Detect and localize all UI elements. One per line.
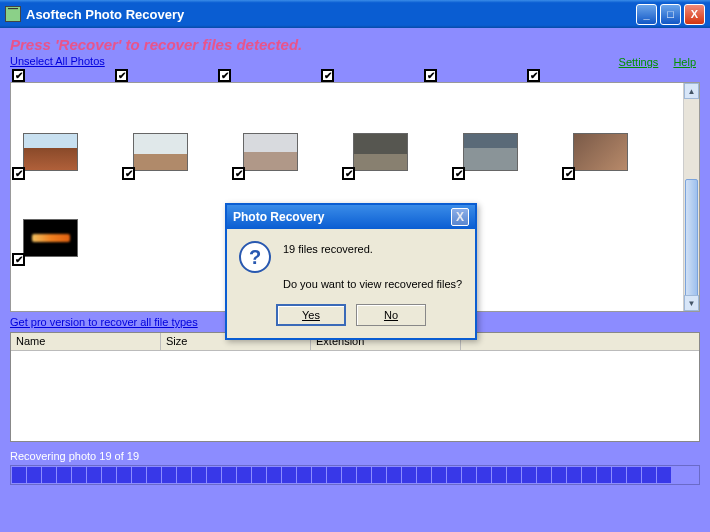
thumbnail-checkbox[interactable]: ✔ <box>12 167 25 180</box>
dialog-title-text: Photo Recovery <box>233 210 324 224</box>
scroll-up-icon[interactable]: ▲ <box>684 83 699 99</box>
progress-segment <box>372 467 386 483</box>
progress-segment <box>462 467 476 483</box>
progress-segment <box>267 467 281 483</box>
progress-segment <box>507 467 521 483</box>
thumbnail-checkbox[interactable]: ✔ <box>342 167 355 180</box>
progress-segment <box>357 467 371 483</box>
progress-segment <box>627 467 641 483</box>
thumbnail-checkbox[interactable]: ✔ <box>232 167 245 180</box>
dialog-close-button[interactable]: X <box>451 208 469 226</box>
progress-segment <box>642 467 656 483</box>
thumbnail-checkbox[interactable]: ✔ <box>452 167 465 180</box>
progress-segment <box>597 467 611 483</box>
question-icon: ? <box>239 241 271 273</box>
header-checkbox[interactable]: ✔ <box>424 69 437 82</box>
thumbnail-scrollbar[interactable]: ▲ ▼ <box>683 83 699 311</box>
header-checkbox[interactable]: ✔ <box>115 69 128 82</box>
progress-segment <box>102 467 116 483</box>
progress-segment <box>402 467 416 483</box>
progress-segment <box>12 467 26 483</box>
progress-segment <box>342 467 356 483</box>
progress-bar <box>10 465 700 485</box>
progress-segment <box>132 467 146 483</box>
progress-segment <box>327 467 341 483</box>
progress-segment <box>387 467 401 483</box>
top-links: Settings Help <box>607 56 696 68</box>
file-table: Name Size Extension <box>10 332 700 442</box>
thumbnail-checkbox[interactable]: ✔ <box>562 167 575 180</box>
progress-segment <box>222 467 236 483</box>
photo-thumbnail[interactable]: ✔ <box>23 219 78 257</box>
progress-segment <box>477 467 491 483</box>
progress-segment <box>417 467 431 483</box>
unselect-all-link[interactable]: Unselect All Photos <box>10 55 105 67</box>
progress-segment <box>537 467 551 483</box>
photo-thumbnail[interactable]: ✔ <box>243 133 298 171</box>
photo-thumbnail[interactable]: ✔ <box>573 133 628 171</box>
progress-segment <box>117 467 131 483</box>
progress-segment <box>147 467 161 483</box>
scroll-track[interactable] <box>684 99 699 295</box>
thumbnail-row: ✔ ✔ ✔ ✔ ✔ ✔ <box>11 83 699 171</box>
progress-segment <box>522 467 536 483</box>
dialog-line2: Do you want to view recovered files? <box>283 276 462 294</box>
thumbnail-checkbox[interactable]: ✔ <box>122 167 135 180</box>
recovery-dialog: Photo Recovery X ? 19 files recovered. D… <box>225 203 477 340</box>
progress-segment <box>657 467 671 483</box>
titlebar: Asoftech Photo Recovery _ □ X <box>0 0 710 28</box>
header-checkbox[interactable]: ✔ <box>321 69 334 82</box>
progress-segment <box>72 467 86 483</box>
progress-segment <box>162 467 176 483</box>
dialog-titlebar: Photo Recovery X <box>227 205 475 229</box>
maximize-button[interactable]: □ <box>660 4 681 25</box>
progress-segment <box>87 467 101 483</box>
dialog-line1: 19 files recovered. <box>283 241 462 259</box>
photo-thumbnail[interactable]: ✔ <box>133 133 188 171</box>
progress-segment <box>567 467 581 483</box>
scroll-down-icon[interactable]: ▼ <box>684 295 699 311</box>
pro-version-link[interactable]: Get pro version to recover all file type… <box>10 316 198 328</box>
header-checkbox[interactable]: ✔ <box>218 69 231 82</box>
close-button[interactable]: X <box>684 4 705 25</box>
photo-thumbnail[interactable]: ✔ <box>353 133 408 171</box>
instruction-text: Press 'Recover' to recover files detecte… <box>10 36 700 53</box>
help-link[interactable]: Help <box>673 56 696 68</box>
progress-segment <box>57 467 71 483</box>
progress-segment <box>207 467 221 483</box>
progress-segment <box>177 467 191 483</box>
scroll-handle[interactable] <box>685 179 698 299</box>
progress-segment <box>297 467 311 483</box>
window-title: Asoftech Photo Recovery <box>26 7 184 22</box>
header-checkbox-row: ✔ ✔ ✔ ✔ ✔ ✔ <box>10 67 700 82</box>
dialog-text: 19 files recovered. Do you want to view … <box>283 241 462 294</box>
no-button[interactable]: No <box>356 304 426 326</box>
progress-segment <box>27 467 41 483</box>
progress-segment <box>492 467 506 483</box>
app-icon <box>5 6 21 22</box>
minimize-button[interactable]: _ <box>636 4 657 25</box>
dialog-body: ? 19 files recovered. Do you want to vie… <box>227 229 475 304</box>
progress-segment <box>237 467 251 483</box>
progress-segment <box>282 467 296 483</box>
dialog-buttons: Yes No <box>227 304 475 338</box>
settings-link[interactable]: Settings <box>619 56 659 68</box>
col-name[interactable]: Name <box>11 333 161 350</box>
col-empty <box>461 333 699 350</box>
progress-segment <box>552 467 566 483</box>
progress-segment <box>252 467 266 483</box>
progress-segment <box>447 467 461 483</box>
progress-segment <box>192 467 206 483</box>
progress-segment <box>612 467 626 483</box>
header-checkbox[interactable]: ✔ <box>12 69 25 82</box>
progress-segment <box>432 467 446 483</box>
yes-button[interactable]: Yes <box>276 304 346 326</box>
progress-segment <box>582 467 596 483</box>
window-controls: _ □ X <box>636 4 705 25</box>
photo-thumbnail[interactable]: ✔ <box>23 133 78 171</box>
progress-segment <box>312 467 326 483</box>
header-checkbox[interactable]: ✔ <box>527 69 540 82</box>
photo-thumbnail[interactable]: ✔ <box>463 133 518 171</box>
thumbnail-checkbox[interactable]: ✔ <box>12 253 25 266</box>
progress-segment <box>42 467 56 483</box>
